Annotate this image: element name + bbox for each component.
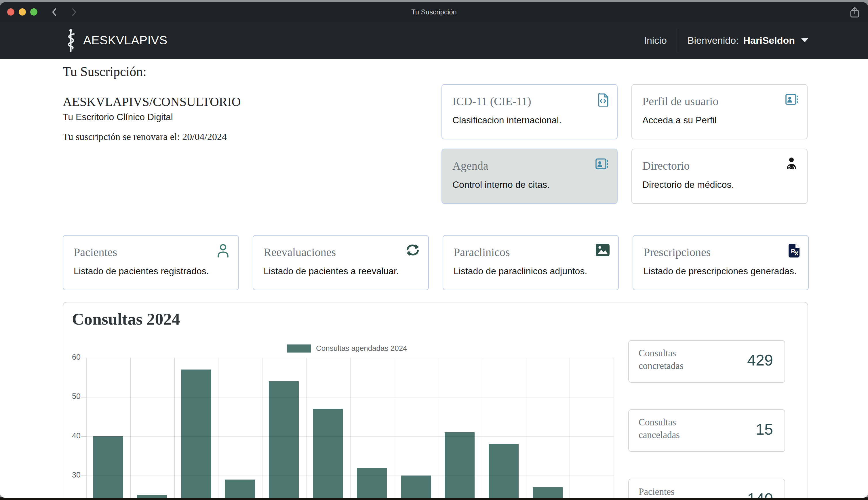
chart-gridline-v — [218, 358, 219, 498]
user-menu-dropdown[interactable]: Bienvenido: HariSeldon — [677, 29, 808, 52]
person-vcard-icon — [595, 157, 608, 171]
username: HariSeldon — [743, 35, 795, 46]
chart-gridline-v — [350, 358, 351, 498]
desktop-background-strip — [0, 497, 868, 500]
card-title: Agenda — [453, 159, 607, 172]
card-directorio[interactable]: Directorio Directorio de médicos. — [631, 149, 808, 204]
y-axis-tick-label: 60 — [63, 353, 81, 362]
refresh-icon — [406, 244, 420, 256]
chart-gridline-v — [174, 358, 175, 498]
chart-gridline-v — [306, 358, 306, 498]
y-axis-tick — [81, 358, 86, 358]
card-description: Listado de paraclinicos adjuntos. — [454, 266, 608, 276]
card-icd11[interactable]: ICD-11 (CIE-11) Clasificacion internacio… — [442, 84, 618, 139]
chart-bar — [269, 381, 299, 498]
chart-bar — [225, 479, 255, 498]
window-title: Tu Suscripción — [0, 2, 868, 22]
stat-value: 429 — [747, 351, 773, 369]
page-title: Tu Suscripción: — [63, 64, 146, 79]
chart-gridline-v — [570, 358, 570, 498]
chevron-down-icon — [801, 38, 808, 42]
card-title: Prescripciones — [644, 246, 798, 259]
y-axis-tick — [81, 436, 86, 437]
card-perfil-usuario[interactable]: Perfil de usuario Acceda a su Perfil — [631, 84, 808, 139]
y-axis-tick-label: 50 — [63, 392, 81, 401]
card-paraclinicos[interactable]: Paraclinicos Listado de paraclinicos adj… — [443, 235, 619, 290]
card-prescripciones[interactable]: Prescripciones Listado de prescripciones… — [633, 235, 809, 290]
chart-gridline-v — [526, 358, 526, 498]
chart-gridline-h — [86, 476, 613, 476]
renewal-date-text: Tu suscripción se renovara el: 20/04/202… — [63, 131, 227, 142]
subscription-tagline: Tu Escritorio Clínico Digital — [63, 112, 173, 122]
chart-gridline-h — [86, 436, 613, 437]
card-description: Acceda a su Perfil — [642, 115, 797, 126]
stat-label: Consultas concretadas — [638, 347, 711, 372]
chart-bar — [489, 444, 519, 498]
stat-card-concretadas: Consultas concretadas 429 — [628, 340, 785, 383]
consultas-chart-card: Consultas 2024 Consultas agendadas 2024 … — [63, 302, 808, 498]
brand-name: AESKVLAPIVS — [83, 33, 167, 47]
card-description: Listado de prescripciones generadas. — [644, 266, 798, 276]
person-vcard-icon — [785, 93, 798, 106]
card-agenda[interactable]: Agenda Control interno de citas. — [442, 149, 618, 204]
svg-text:R: R — [791, 248, 795, 254]
chart-gridline-h — [86, 358, 613, 358]
card-description: Directorio de médicos. — [642, 180, 797, 190]
navbar-right: Inicio Bienvenido: HariSeldon — [644, 22, 808, 59]
chart-gridline-v — [482, 358, 482, 498]
card-pacientes[interactable]: Pacientes Listado de pacientes registrad… — [63, 235, 239, 290]
image-icon — [596, 244, 610, 256]
app-navbar: AESKVLAPIVS Inicio Bienvenido: HariSeldo… — [0, 22, 868, 59]
share-icon[interactable] — [849, 6, 860, 19]
y-axis-tick — [81, 397, 86, 397]
brand[interactable]: AESKVLAPIVS — [65, 22, 167, 59]
card-description: Listado de pacientes registrados. — [74, 266, 228, 276]
stat-card-canceladas: Consultas canceladas 15 — [628, 409, 785, 452]
card-title: Paraclinicos — [454, 246, 608, 259]
file-code-icon — [597, 93, 608, 106]
doctor-icon — [786, 157, 797, 170]
chart-gridline-v — [86, 358, 86, 498]
stat-value: 140 — [747, 490, 773, 498]
card-reevaluaciones[interactable]: Reevaluaciones Listado de pacientes a re… — [253, 235, 429, 290]
card-title: Pacientes — [74, 246, 228, 259]
y-axis-tick — [81, 476, 86, 476]
chart-bar — [401, 476, 431, 498]
rx-file-icon: R — [788, 244, 799, 258]
chart-bar — [181, 370, 211, 498]
titlebar: Tu Suscripción — [0, 2, 868, 22]
card-title: ICD-11 (CIE-11) — [453, 94, 607, 108]
app-window: Tu Suscripción AESKVLAPIVS Inicio — [0, 2, 868, 498]
card-title: Reevaluaciones — [263, 246, 418, 259]
person-icon — [216, 244, 230, 258]
stat-label: Pacientes registrados — [638, 486, 711, 498]
chart-bar — [533, 487, 563, 498]
chart-gridline-v — [130, 358, 131, 498]
chart-bar — [93, 436, 123, 498]
chart-bar — [137, 495, 167, 498]
chart-bar — [445, 432, 474, 498]
stat-label: Consultas canceladas — [638, 416, 711, 441]
card-title: Perfil de usuario — [642, 94, 797, 108]
chart-gridline-v — [438, 358, 438, 498]
chart-bar — [357, 468, 387, 498]
card-description: Control interno de citas. — [453, 180, 607, 190]
card-description: Listado de pacientes a reevaluar. — [263, 266, 418, 276]
card-title: Directorio — [642, 159, 797, 172]
chart-plot: 60504030 — [63, 303, 808, 498]
subscription-name: AESKVLAPIVS/CONSULTORIO — [63, 94, 241, 109]
chart-gridline-v — [613, 358, 614, 498]
asclepius-staff-icon — [65, 29, 77, 52]
chart-gridline-v — [394, 358, 394, 498]
y-axis-tick-label: 40 — [63, 431, 81, 440]
welcome-label: Bienvenido: — [688, 35, 739, 46]
chart-gridline-v — [262, 358, 262, 498]
card-description: Clasificacion internacional. — [453, 115, 607, 126]
stat-value: 15 — [756, 420, 773, 438]
chart-gridline-h — [86, 397, 613, 397]
y-axis-tick-label: 30 — [63, 470, 81, 479]
stat-card-pacientes: Pacientes registrados 140 — [628, 479, 785, 498]
nav-item-inicio[interactable]: Inicio — [644, 29, 676, 52]
chart-bar — [313, 409, 343, 498]
